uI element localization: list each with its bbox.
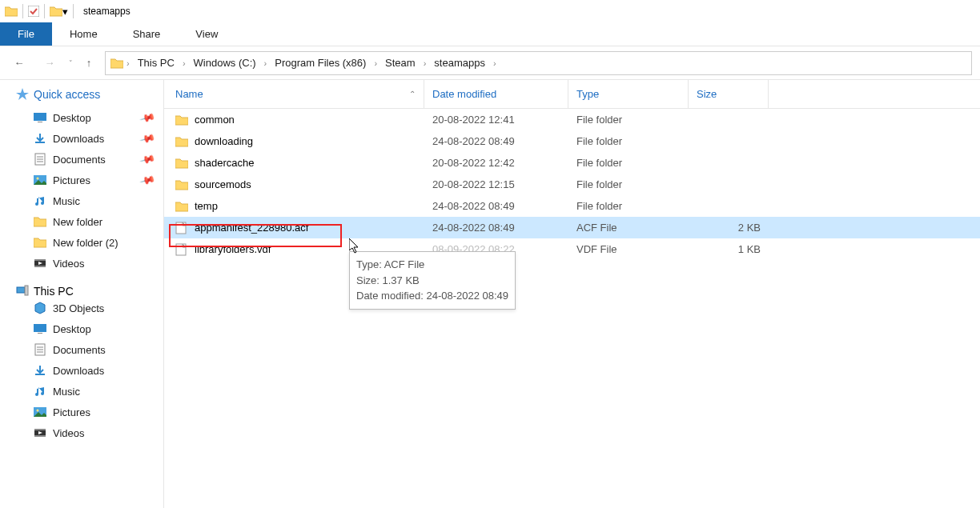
file-type: File folder — [568, 200, 689, 212]
sidebar-item[interactable]: New folder — [16, 211, 163, 232]
separator — [73, 4, 74, 18]
column-size-label: Size — [697, 88, 717, 100]
main-area: Quick access Desktop📌Downloads📌Documents… — [0, 80, 980, 508]
chevron-down-icon[interactable]: ▾ — [62, 6, 68, 18]
sidebar-item-label: Documents — [53, 344, 106, 356]
music-icon — [34, 194, 46, 207]
music-icon — [34, 385, 46, 398]
pin-icon: 📌 — [139, 151, 155, 168]
3d-icon — [34, 302, 46, 314]
desktop-icon — [34, 111, 46, 124]
sidebar-item-label: Music — [53, 195, 80, 207]
column-date[interactable]: Date modified — [424, 80, 568, 108]
sidebar-item[interactable]: 3D Objects — [16, 298, 163, 318]
breadcrumb-item[interactable]: Windows (C:) — [189, 52, 261, 74]
column-name[interactable]: Name ⌃ — [164, 80, 424, 108]
chevron-right-icon[interactable]: › — [422, 58, 428, 68]
quick-access-label: Quick access — [34, 88, 100, 101]
sidebar-item[interactable]: Desktop — [16, 318, 163, 339]
sidebar-item[interactable]: Downloads📌 — [16, 128, 163, 149]
sidebar-item[interactable]: Documents — [16, 339, 163, 360]
folder-icon — [175, 135, 188, 148]
tab-home[interactable]: Home — [52, 22, 115, 46]
breadcrumb-item[interactable]: Program Files (x86) — [270, 52, 371, 74]
pin-icon: 📌 — [139, 110, 155, 126]
folder-icon — [34, 236, 46, 249]
chevron-right-icon[interactable]: › — [372, 58, 379, 68]
chevron-right-icon[interactable]: › — [181, 58, 187, 68]
videos-icon — [34, 426, 46, 439]
file-row[interactable]: temp24-08-2022 08:49File folder — [164, 195, 980, 217]
sidebar-item[interactable]: Music — [16, 381, 163, 402]
column-size[interactable]: Size — [689, 80, 769, 108]
quick-access-toolbar — [28, 6, 39, 17]
breadcrumb-item[interactable]: Steam — [380, 52, 420, 74]
pin-icon: 📌 — [139, 130, 155, 147]
file-date: 20-08-2022 12:42 — [424, 157, 568, 169]
sidebar-item[interactable]: Pictures📌 — [16, 170, 163, 190]
file-tooltip: Type: ACF File Size: 1.37 KB Date modifi… — [349, 251, 516, 310]
sidebar-item[interactable]: Documents📌 — [16, 149, 163, 170]
file-name: sourcemods — [195, 178, 251, 190]
tab-view[interactable]: View — [178, 22, 235, 46]
tooltip-line: Type: ACF File — [356, 257, 508, 273]
sidebar-item[interactable]: Videos — [16, 253, 163, 274]
folder-icon — [5, 5, 18, 18]
file-date: 24-08-2022 08:49 — [424, 200, 568, 212]
file-row[interactable]: appmanifest_228980.acf24-08-2022 08:49AC… — [164, 217, 980, 238]
sidebar-item[interactable]: Downloads — [16, 360, 163, 381]
chevron-right-icon[interactable]: › — [492, 58, 498, 68]
history-dropdown[interactable]: ˅ — [69, 59, 73, 67]
file-row[interactable]: sourcemods20-08-2022 12:15File folder — [164, 174, 980, 195]
column-headers: Name ⌃ Date modified Type Size — [164, 80, 980, 109]
quick-access-header[interactable]: Quick access — [16, 88, 163, 101]
sidebar-item-label: Videos — [53, 258, 85, 270]
sidebar-item[interactable]: Desktop📌 — [16, 107, 163, 128]
documents-icon — [34, 153, 46, 166]
chevron-right-icon[interactable]: › — [125, 58, 131, 68]
videos-icon — [34, 257, 46, 270]
sidebar-item-label: Pictures — [53, 174, 90, 186]
column-type-label: Type — [576, 88, 599, 100]
file-size: 2 KB — [689, 222, 769, 234]
file-name: temp — [195, 200, 218, 212]
forward-button[interactable]: → — [38, 52, 61, 74]
back-button[interactable]: ← — [8, 52, 30, 74]
file-row[interactable]: libraryfolders.vdf08-09-2022 08:22VDF Fi… — [164, 238, 980, 260]
file-list-area: Name ⌃ Date modified Type Size common20-… — [164, 80, 980, 508]
file-date: 24-08-2022 08:49 — [424, 135, 568, 147]
breadcrumb[interactable]: › This PC › Windows (C:) › Program Files… — [105, 51, 972, 75]
sidebar-item[interactable]: Pictures — [16, 402, 163, 422]
desktop-icon — [34, 322, 46, 335]
file-type: File folder — [568, 114, 689, 126]
separator — [22, 4, 23, 18]
sidebar-item[interactable]: Videos — [16, 422, 163, 443]
this-pc-header[interactable]: This PC — [16, 285, 163, 298]
sidebar-item-label: Desktop — [53, 112, 91, 124]
sidebar-item[interactable]: Music — [16, 190, 163, 211]
file-name: downloading — [195, 135, 253, 147]
tab-share[interactable]: Share — [115, 22, 179, 46]
file-tab[interactable]: File — [0, 22, 52, 46]
sidebar-item[interactable]: New folder (2) — [16, 232, 163, 253]
this-pc-label: This PC — [34, 285, 74, 298]
up-button[interactable]: ↑ — [81, 57, 97, 69]
separator — [44, 4, 45, 18]
folder-icon — [34, 215, 46, 228]
downloads-icon — [34, 364, 46, 377]
file-row[interactable]: downloading24-08-2022 08:49File folder — [164, 130, 980, 152]
file-row[interactable]: shadercache20-08-2022 12:42File folder — [164, 152, 980, 174]
window-title: steamapps — [83, 6, 131, 17]
column-type[interactable]: Type — [568, 80, 689, 108]
file-row[interactable]: common20-08-2022 12:41File folder — [164, 109, 980, 130]
breadcrumb-item[interactable]: This PC — [133, 52, 179, 74]
chevron-right-icon[interactable]: › — [263, 58, 269, 68]
downloads-icon — [34, 132, 46, 145]
star-icon — [16, 88, 29, 101]
pin-icon: 📌 — [139, 172, 155, 189]
file-type: VDF File — [568, 243, 689, 255]
breadcrumb-item[interactable]: steamapps — [429, 52, 490, 74]
check-icon[interactable] — [28, 6, 39, 17]
tooltip-line: Date modified: 24-08-2022 08:49 — [356, 288, 508, 304]
sidebar-item-label: Music — [53, 386, 80, 398]
